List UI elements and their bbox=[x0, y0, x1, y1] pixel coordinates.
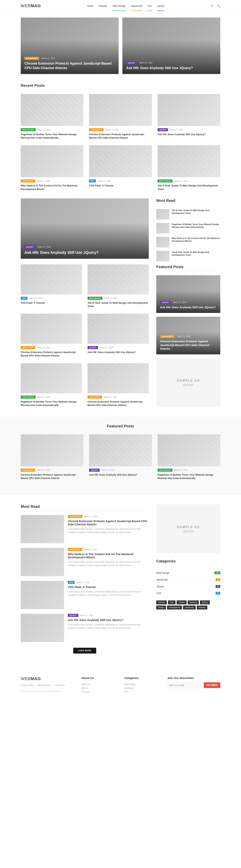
nav-webdesign[interactable]: Web Design bbox=[112, 4, 126, 11]
category-item[interactable]: JQuery41 bbox=[156, 583, 220, 590]
post-tag[interactable]: WEB DESIGN bbox=[21, 128, 36, 131]
sidebar-item[interactable]: Tell-A-Tool: Guide To Web Design And Dev… bbox=[156, 251, 220, 261]
sidebar-item[interactable]: Pagedraw UI Builder Turns Your Website D… bbox=[156, 223, 220, 234]
newsletter-button[interactable]: 现在下载来吧 bbox=[204, 682, 220, 688]
tag-pill[interactable]: CSS bbox=[168, 600, 176, 604]
search-icon[interactable]: 🔍 bbox=[217, 4, 220, 7]
tag-pill[interactable]: Website bbox=[197, 606, 207, 610]
post-card[interactable]: WEB DESIGNMarch 27, 2018 Pagedraw UI Bui… bbox=[21, 363, 82, 407]
post-card[interactable]: WEB DESIGNMarch 27, 2018 Tell-A-Tool: Gu… bbox=[158, 145, 220, 191]
footer-logo[interactable]: WEBMAG bbox=[21, 676, 74, 681]
post-tag[interactable]: JQUERY bbox=[25, 246, 35, 249]
footer-item[interactable]: Join Us bbox=[81, 686, 117, 690]
post-title: Pagedraw UI Builder Turns Your Website D… bbox=[172, 223, 220, 229]
sidebar-item[interactable]: Why Node.js Is The Coolest Kid On The Ba… bbox=[156, 237, 220, 247]
ad-slot-1[interactable]: SAMPLE AD 300X250 bbox=[156, 358, 220, 407]
post-tag[interactable]: WEB DESIGN bbox=[158, 180, 173, 182]
big-featured-card[interactable]: JQUERY March 27, 2018 Ask HN: Does Anybo… bbox=[21, 198, 149, 259]
post-card[interactable]: JQUERYMarch 27, 2018 Ask HN: Does Anybod… bbox=[88, 314, 149, 358]
post-tag[interactable]: WEB DESIGN bbox=[21, 396, 36, 399]
menu-icon[interactable]: ☰ bbox=[211, 4, 213, 7]
mostread-item[interactable]: JAVASCRIPTMarch 27, 2018 Why Node.js Is … bbox=[21, 548, 149, 576]
footer-item[interactable]: Web Design bbox=[124, 682, 160, 686]
post-tag[interactable]: JAVASCRIPT bbox=[88, 396, 102, 399]
post-title: Chrome Extension Protects Against JavaSc… bbox=[160, 339, 216, 350]
category-name[interactable]: Web Design bbox=[156, 571, 170, 574]
post-tag[interactable]: WEB DESIGN bbox=[88, 297, 102, 300]
mostread-item[interactable]: JQUERYMarch 27, 2018 Ask HN: Does Anybod… bbox=[21, 614, 149, 642]
sidebar-item[interactable]: Tell-A-Tool: Guide To Web Design And Dev… bbox=[156, 209, 220, 220]
tag-pill[interactable]: Chrome bbox=[156, 600, 167, 604]
post-tag[interactable]: JQUERY bbox=[126, 61, 137, 64]
featured-card[interactable]: JAVASCRIPT March 27, 2018 Chrome Extensi… bbox=[156, 317, 220, 354]
post-tag[interactable]: JAVASCRIPT bbox=[68, 548, 82, 551]
post-card[interactable]: JQUERYMarch 27, 2018 Ask HN: Does Anybod… bbox=[158, 94, 220, 140]
footer-item[interactable]: About Us bbox=[81, 682, 117, 686]
hero-card-2[interactable]: JQUERY March 27, 2018 Ask HN: Does Anybo… bbox=[122, 18, 220, 74]
nav-javascript[interactable]: JavaScript bbox=[131, 4, 143, 11]
post-tag[interactable]: JAVASCRIPT bbox=[89, 128, 103, 131]
post-card[interactable]: WEB DESIGNMarch 27, 2018 Pagedraw UI Bui… bbox=[21, 94, 83, 140]
ad-slot-2[interactable]: SAMPLE AD 300X250 bbox=[156, 504, 220, 553]
newsletter-input[interactable] bbox=[167, 682, 202, 688]
post-date: March 27, 2018 bbox=[84, 549, 97, 551]
nav-popular[interactable]: Popular bbox=[99, 4, 107, 11]
mostread-item[interactable]: JAVASCRIPTMarch 27, 2018 Chrome Extensio… bbox=[21, 515, 149, 543]
post-tag[interactable]: JAVASCRIPT bbox=[21, 180, 35, 182]
post-tag[interactable]: CSS bbox=[21, 297, 28, 300]
nav-news[interactable]: News bbox=[87, 4, 94, 11]
footer-link[interactable]: Advertisement bbox=[37, 684, 51, 686]
post-tag[interactable]: CSS bbox=[89, 180, 96, 182]
post-title: CSS Float: A Tutorial bbox=[68, 585, 149, 589]
category-item[interactable]: Web Design340 bbox=[156, 569, 220, 576]
post-thumb bbox=[21, 363, 82, 393]
post-card[interactable]: JQUERYMarch 27, 2018 Ask HN: Does Anybod… bbox=[89, 434, 152, 480]
tag-pill[interactable]: JQuery bbox=[200, 600, 210, 604]
tag-pill[interactable]: JavaScript bbox=[183, 606, 195, 610]
hero-card-1[interactable]: JAVASCRIPT March 27, 2018 Chrome Extensi… bbox=[21, 18, 119, 74]
post-card[interactable]: WEB DESIGNMarch 27, 2018 Pagedraw UI Bui… bbox=[158, 434, 220, 480]
category-name[interactable]: JQuery bbox=[156, 585, 164, 588]
footer-link[interactable]: Privacy Policy bbox=[21, 684, 33, 686]
nav-css[interactable]: Css bbox=[148, 4, 152, 11]
post-card[interactable]: JAVASCRIPTMarch 27, 2018 Chrome Extensio… bbox=[88, 363, 149, 407]
featured-card[interactable]: JQUERY March 27, 2018 Ask HN: Does Anybo… bbox=[156, 275, 220, 313]
load-more-button[interactable]: LOAD MORE bbox=[73, 648, 96, 654]
footer-item[interactable]: Css bbox=[124, 690, 160, 694]
post-tag[interactable]: JAVASCRIPT bbox=[25, 57, 39, 60]
footer-item[interactable]: Contacts bbox=[81, 690, 117, 694]
post-tag[interactable]: JAVASCRIPT bbox=[21, 469, 35, 472]
post-card[interactable]: JAVASCRIPTMarch 27, 2018 Chrome Extensio… bbox=[21, 314, 82, 358]
post-tag[interactable]: JAVASCRIPT bbox=[21, 346, 35, 349]
tag-pill[interactable]: Design bbox=[156, 606, 166, 610]
mostread-item[interactable]: CSSMarch 27, 2018 CSS Float: A Tutorial … bbox=[21, 581, 149, 609]
post-tag[interactable]: JQUERY bbox=[88, 346, 98, 349]
category-name[interactable]: JavaScript bbox=[156, 578, 168, 581]
post-tag[interactable]: JQUERY bbox=[89, 469, 99, 472]
post-card[interactable]: JAVASCRIPTMarch 27, 2018 Chrome Extensio… bbox=[89, 94, 152, 140]
nav-jquery[interactable]: Jquery bbox=[157, 4, 164, 11]
post-tag[interactable]: JQUERY bbox=[160, 301, 171, 304]
post-tag[interactable]: CSS bbox=[68, 581, 74, 584]
post-tag[interactable]: JAVASCRIPT bbox=[160, 335, 175, 338]
tag-pill[interactable]: Development bbox=[167, 606, 182, 610]
category-count: 74 bbox=[216, 578, 220, 581]
post-tag[interactable]: JAVASCRIPT bbox=[68, 515, 82, 518]
footer-link[interactable]: Contact Us bbox=[54, 684, 65, 686]
tag-pill[interactable]: Backend bbox=[188, 600, 199, 604]
post-card[interactable]: CSSMarch 27, 2018 CSS Float: A Tutorial bbox=[21, 265, 82, 308]
post-card[interactable]: CSSMarch 27, 2018 CSS Float: A Tutorial bbox=[89, 145, 152, 191]
post-thumb bbox=[88, 265, 149, 294]
category-item[interactable]: CSS35 bbox=[156, 590, 220, 597]
category-name[interactable]: CSS bbox=[156, 592, 161, 595]
site-logo[interactable]: WEBMAG bbox=[21, 3, 41, 8]
category-item[interactable]: JavaScript74 bbox=[156, 576, 220, 583]
post-card[interactable]: JAVASCRIPTMarch 27, 2018 Chrome Extensio… bbox=[21, 434, 83, 480]
post-tag[interactable]: JQUERY bbox=[68, 614, 78, 617]
post-tag[interactable]: WEB DESIGN bbox=[158, 469, 173, 472]
footer-item[interactable]: JavaScript bbox=[124, 686, 160, 690]
post-card[interactable]: JAVASCRIPTMarch 27, 2018 Why Node.js Is … bbox=[21, 145, 83, 191]
tag-pill[interactable]: Tutorial bbox=[177, 600, 187, 604]
post-tag[interactable]: JQUERY bbox=[158, 128, 168, 131]
post-card[interactable]: WEB DESIGNMarch 27, 2018 Tell-A-Tool: Gu… bbox=[88, 265, 149, 308]
